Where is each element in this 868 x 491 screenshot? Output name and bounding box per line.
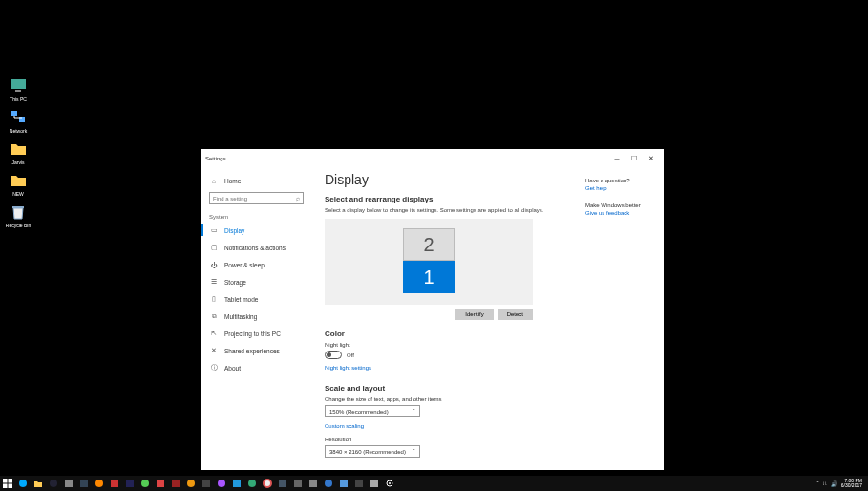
- taskbar-app-7[interactable]: [153, 476, 168, 491]
- resolution-dropdown[interactable]: 3840 × 2160 (Recommended) ˅: [325, 445, 420, 458]
- get-help-link[interactable]: Get help: [585, 185, 656, 191]
- taskbar-app-10[interactable]: [199, 476, 214, 491]
- taskbar-app-20[interactable]: [351, 476, 367, 491]
- nav-shared[interactable]: ✕Shared experiences: [201, 342, 311, 359]
- nav-display[interactable]: ▭Display: [201, 222, 311, 239]
- taskbar-app-5[interactable]: [122, 476, 138, 491]
- nav-about[interactable]: ⓘAbout: [201, 359, 311, 376]
- arrange-desc: Select a display below to change its set…: [325, 207, 564, 213]
- desktop-icon-this-pc[interactable]: This PC: [2, 76, 34, 103]
- svg-rect-14: [111, 480, 118, 487]
- taskbar-settings[interactable]: [382, 476, 397, 491]
- svg-rect-20: [202, 480, 210, 487]
- identify-button[interactable]: Identify: [455, 309, 493, 320]
- svg-rect-8: [9, 484, 13, 489]
- taskbar-app-17[interactable]: [306, 476, 321, 491]
- monitor-1[interactable]: 1: [403, 261, 455, 293]
- taskbar-app-13[interactable]: [244, 476, 260, 491]
- start-button[interactable]: [0, 476, 15, 491]
- system-tray[interactable]: ˄ ⎍ 🔊 7:00 PM 6/30/2017: [816, 479, 868, 488]
- taskbar-app-21[interactable]: [367, 476, 382, 491]
- maximize-button[interactable]: ☐: [625, 152, 643, 165]
- page-heading: Display: [325, 172, 564, 187]
- taskbar-app-14[interactable]: [260, 476, 275, 491]
- multitask-icon: ⧉: [209, 311, 219, 321]
- recycle-bin-icon: [9, 203, 28, 222]
- svg-rect-5: [3, 479, 8, 483]
- arrange-heading: Select and rearrange displays: [325, 195, 564, 203]
- taskbar-app-6[interactable]: [138, 476, 153, 491]
- custom-scaling-link[interactable]: Custom scaling: [325, 423, 364, 429]
- svg-rect-2: [11, 111, 17, 116]
- scale-heading: Scale and layout: [325, 384, 564, 393]
- nav-sidebar: ⌂ Home ⌕ System ▭Display ▢Notifications …: [201, 168, 311, 470]
- taskbar-app-15[interactable]: [275, 476, 290, 491]
- settings-window: Settings ─ ☐ ✕ ⌂ Home ⌕ System ▭Display …: [201, 149, 664, 470]
- storage-icon: ☰: [209, 277, 219, 287]
- night-light-settings-link[interactable]: Night light settings: [325, 365, 371, 371]
- nav-tablet[interactable]: ▯Tablet mode: [201, 290, 311, 308]
- help-panel: Have a question? Get help Make Windows b…: [578, 168, 664, 470]
- taskbar-app-16[interactable]: [290, 476, 306, 491]
- nav-notifications[interactable]: ▢Notifications & actions: [201, 239, 311, 256]
- tray-chevron-icon[interactable]: ˄: [816, 480, 819, 487]
- tray-network-icon[interactable]: ⎍: [823, 480, 827, 486]
- svg-point-13: [95, 480, 103, 487]
- nav-multitask[interactable]: ⧉Multitasking: [201, 308, 311, 325]
- svg-rect-27: [309, 480, 317, 487]
- tray-clock[interactable]: 7:00 PM 6/30/2017: [841, 479, 862, 488]
- svg-rect-29: [340, 480, 348, 487]
- taskbar-app-9[interactable]: [183, 476, 199, 491]
- desktop-icon-new[interactable]: NEW: [2, 171, 34, 198]
- scale-dropdown[interactable]: 150% (Recommended) ˅: [325, 405, 420, 417]
- resolution-label: Resolution: [325, 437, 564, 442]
- search-box[interactable]: ⌕: [209, 192, 304, 204]
- night-light-toggle[interactable]: [325, 351, 342, 359]
- help-q2: Make Windows better: [585, 203, 656, 208]
- svg-rect-17: [157, 480, 164, 487]
- desktop-icon-jarvis[interactable]: Jarvis: [2, 139, 34, 166]
- pc-icon: [9, 76, 28, 96]
- display-icon: ▭: [209, 225, 219, 235]
- titlebar[interactable]: Settings ─ ☐ ✕: [201, 149, 664, 168]
- chevron-down-icon: ˅: [413, 408, 415, 415]
- main-content: Display Select and rearrange displays Se…: [311, 168, 578, 470]
- feedback-link[interactable]: Give us feedback: [585, 210, 656, 216]
- display-arrange-area[interactable]: 2 1: [325, 219, 533, 305]
- desktop-icon-network[interactable]: Network: [2, 108, 34, 135]
- nav-home[interactable]: ⌂ Home: [201, 172, 311, 189]
- taskbar-steam[interactable]: [46, 476, 61, 491]
- taskbar-app-3[interactable]: [92, 476, 107, 491]
- search-input[interactable]: [213, 196, 296, 202]
- nav-projecting[interactable]: ⇱Projecting to this PC: [201, 325, 311, 342]
- taskbar-app-11[interactable]: [214, 476, 229, 491]
- about-icon: ⓘ: [209, 363, 219, 373]
- svg-point-19: [187, 480, 195, 487]
- taskbar-app-18[interactable]: [321, 476, 336, 491]
- svg-rect-6: [9, 479, 13, 483]
- taskbar-explorer[interactable]: [31, 476, 46, 491]
- taskbar-app-2[interactable]: [76, 476, 92, 491]
- desktop-icon-recycle-bin[interactable]: Recycle Bin: [2, 203, 34, 229]
- taskbar-app-4[interactable]: [107, 476, 122, 491]
- monitor-2[interactable]: 2: [403, 228, 455, 261]
- taskbar-app-19[interactable]: [336, 476, 351, 491]
- taskbar: ˄ ⎍ 🔊 7:00 PM 6/30/2017: [0, 476, 868, 491]
- taskbar-app-12[interactable]: [229, 476, 244, 491]
- taskbar-app-1[interactable]: [61, 476, 76, 491]
- svg-rect-22: [233, 480, 241, 487]
- minimize-button[interactable]: ─: [608, 152, 625, 165]
- night-light-label: Night light: [325, 342, 564, 348]
- svg-rect-0: [11, 79, 26, 89]
- taskbar-app-8[interactable]: [168, 476, 183, 491]
- window-title: Settings: [205, 156, 226, 161]
- chevron-down-icon: ˅: [413, 448, 415, 455]
- svg-rect-25: [279, 480, 286, 487]
- tray-volume-icon[interactable]: 🔊: [831, 480, 837, 487]
- detect-button[interactable]: Detect: [498, 309, 533, 320]
- taskbar-edge[interactable]: [15, 476, 31, 491]
- nav-storage[interactable]: ☰Storage: [201, 273, 311, 290]
- power-icon: ⏻: [209, 260, 219, 269]
- nav-power[interactable]: ⏻Power & sleep: [201, 256, 311, 273]
- close-button[interactable]: ✕: [643, 152, 660, 165]
